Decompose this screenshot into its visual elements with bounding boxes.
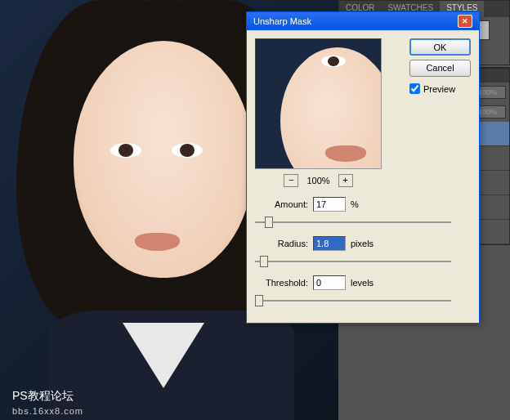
watermark-text-1: PS教程论坛 [12, 389, 74, 404]
radius-slider[interactable] [255, 254, 451, 269]
preview-checkbox[interactable] [409, 83, 420, 94]
close-icon[interactable]: ✕ [458, 15, 472, 28]
preview-area[interactable] [255, 38, 382, 169]
radius-unit: pixels [351, 239, 374, 248]
radius-label: Radius: [255, 239, 308, 248]
amount-slider[interactable] [255, 215, 451, 230]
amount-label: Amount: [255, 199, 308, 209]
preview-checkbox-label: Preview [423, 84, 455, 94]
threshold-input[interactable] [313, 275, 346, 290]
dialog-titlebar[interactable]: Unsharp Mask ✕ [247, 12, 479, 30]
zoom-in-button[interactable]: + [338, 174, 353, 187]
radius-input[interactable] [313, 236, 346, 251]
watermark-text-2: bbs.16xx8.com [12, 406, 83, 416]
dialog-title-text: Unsharp Mask [253, 16, 311, 26]
amount-input[interactable] [313, 197, 346, 212]
amount-unit: % [351, 199, 359, 209]
threshold-slider[interactable] [255, 293, 451, 308]
zoom-level: 100% [306, 176, 329, 185]
threshold-unit: levels [351, 278, 374, 288]
threshold-label: Threshold: [255, 278, 308, 288]
unsharp-mask-dialog: Unsharp Mask ✕ OK Cancel Preview − 100% … [246, 11, 480, 324]
preview-checkbox-row[interactable]: Preview [409, 83, 471, 94]
zoom-out-button[interactable]: − [284, 174, 298, 187]
cancel-button[interactable]: Cancel [409, 60, 471, 77]
ok-button[interactable]: OK [409, 38, 471, 56]
